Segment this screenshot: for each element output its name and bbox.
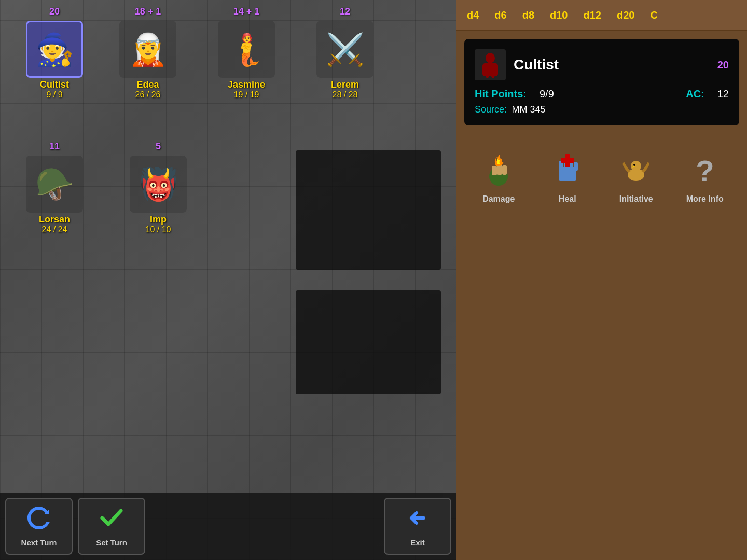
token-edea-portrait: 🧝 [119,21,176,78]
token-lerem-hp: 28 / 28 [316,90,374,100]
token-imp-name: Imp [130,214,187,225]
initiative-icon [615,149,657,190]
token-imp-portrait: 👹 [130,156,187,213]
token-jasmine-name: Jasmine [218,79,275,90]
svg-rect-14 [561,158,574,163]
token-lorsan-portrait: 🪖 [26,156,83,213]
ac-value: 12 [717,88,729,100]
exit-button[interactable]: Exit [384,498,451,555]
char-panel-initiative: 20 [717,59,729,71]
token-lerem[interactable]: 12⚔️Lerem28 / 28 [316,21,374,100]
damage-button[interactable]: Damage [467,144,530,209]
dice-d8[interactable]: d8 [522,9,534,21]
heal-label: Heal [559,194,576,204]
set-turn-label: Set Turn [96,538,127,547]
dark-room-1 [296,150,441,270]
svg-rect-7 [502,165,507,175]
token-cultist-name: Cultist [26,79,83,90]
dice-d20[interactable]: d20 [617,9,634,21]
token-lerem-portrait: ⚔️ [316,21,374,78]
more-info-button[interactable]: ? More Info [674,144,736,209]
svg-rect-12 [574,162,578,171]
dice-d4[interactable]: d4 [467,9,479,21]
source-value: MM 345 [512,104,546,115]
set-turn-button[interactable]: Set Turn [78,498,145,555]
hp-value: 9/9 [540,88,554,100]
dice-d12[interactable]: d12 [584,9,601,21]
token-lerem-name: Lerem [316,79,374,90]
dice-custom[interactable]: C [650,9,657,21]
token-edea-initiative: 18 + 1 [135,6,161,17]
heal-icon [547,149,588,190]
game-board: 20🧙Cultist9 / 918 + 1🧝Edea26 / 2614 + 1🧜… [0,0,457,560]
initiative-button[interactable]: Initiative [605,144,667,209]
sidebar: d4 d6 d8 d10 d12 d20 C Cultist [457,0,747,560]
token-edea-hp: 26 / 26 [119,90,176,100]
token-cultist-hp: 9 / 9 [26,90,83,100]
char-source-row: Source: MM 345 [475,104,729,115]
token-edea[interactable]: 18 + 1🧝Edea26 / 26 [119,21,176,100]
refresh-icon [26,506,51,534]
dice-d6[interactable]: d6 [494,9,506,21]
svg-text:?: ? [696,154,714,188]
token-lorsan-hp: 24 / 24 [26,225,83,234]
token-imp[interactable]: 5👹Imp10 / 10 [130,156,187,234]
damage-icon [478,149,519,190]
token-edea-name: Edea [119,79,176,90]
token-jasmine[interactable]: 14 + 1🧜Jasmine19 / 19 [218,21,275,100]
dice-d10[interactable]: d10 [550,9,568,21]
token-jasmine-portrait: 🧜 [218,21,275,78]
exit-arrow-icon [405,506,430,534]
initiative-label: Initiative [619,194,653,204]
ac-label: AC: [686,88,704,100]
dark-room-2 [296,290,441,394]
char-stats: Hit Points: 9/9 AC: 12 [475,88,729,100]
heal-button[interactable]: Heal [536,144,599,209]
token-cultist[interactable]: 20🧙Cultist9 / 9 [26,21,83,100]
token-lorsan-name: Lorsan [26,214,83,225]
token-jasmine-initiative: 14 + 1 [233,6,260,17]
svg-point-0 [486,53,495,63]
char-panel: Cultist 20 Hit Points: 9/9 AC: 12 Source… [464,39,739,125]
bottom-bar: Next Turn Set Turn Exit [0,493,457,560]
token-lorsan-initiative: 11 [49,141,60,152]
damage-label: Damage [482,194,515,204]
token-lerem-initiative: 12 [340,6,350,17]
token-cultist-portrait: 🧙 [26,21,83,78]
next-turn-button[interactable]: Next Turn [5,498,73,555]
token-jasmine-hp: 19 / 19 [218,90,275,100]
action-bar: Damage [457,133,747,219]
char-panel-header: Cultist 20 [475,49,729,80]
hp-label: Hit Points: [475,88,527,100]
char-portrait [475,49,506,80]
char-panel-name: Cultist [514,57,710,73]
next-turn-label: Next Turn [21,538,57,547]
exit-label: Exit [410,538,425,547]
token-imp-hp: 10 / 10 [130,225,187,234]
source-label: Source: [475,104,507,115]
dice-bar: d4 d6 d8 d10 d12 d20 C [457,0,747,31]
svg-point-17 [633,164,635,166]
token-cultist-initiative: 20 [49,6,60,17]
token-lorsan[interactable]: 11🪖Lorsan24 / 24 [26,156,83,234]
more-info-icon: ? [684,149,726,190]
checkmark-icon [99,506,124,534]
token-imp-initiative: 5 [156,141,161,152]
svg-rect-5 [492,166,497,175]
more-info-label: More Info [686,194,724,204]
